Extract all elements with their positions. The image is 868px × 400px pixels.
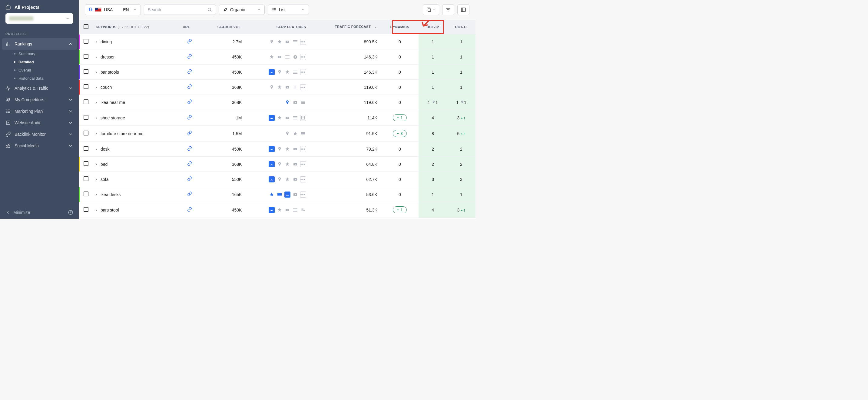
url-link[interactable]	[187, 132, 192, 137]
nav-website-audit[interactable]: Website Audit	[0, 117, 79, 128]
row-checkbox[interactable]	[84, 192, 88, 196]
table-row: ›bed368K•••64.8K022	[79, 157, 475, 172]
chevron-down-icon	[301, 8, 305, 11]
minimize-button[interactable]: Minimize	[5, 210, 30, 215]
expand-row[interactable]: ›	[96, 147, 97, 151]
dynamics-value: 0	[399, 147, 401, 151]
search-volume: 450K	[200, 142, 245, 157]
traffic-forecast: 146.3K	[310, 64, 381, 80]
view-selector[interactable]: List	[268, 4, 309, 15]
serp-features: •••	[249, 146, 306, 152]
organic-selector[interactable]: Organic	[219, 4, 265, 15]
search-input[interactable]: Search	[144, 4, 216, 15]
col-url[interactable]: URL	[179, 20, 200, 34]
serp-features	[249, 131, 306, 137]
row-checkbox[interactable]	[84, 131, 88, 136]
col-dynamics[interactable]: DYNAMICS	[381, 20, 418, 34]
row-checkbox[interactable]	[84, 161, 88, 166]
row-checkbox[interactable]	[84, 176, 88, 181]
expand-row[interactable]: ›	[96, 55, 97, 59]
columns-button[interactable]	[457, 4, 469, 15]
row-checkbox[interactable]	[84, 207, 88, 212]
dynamics-value: 0	[399, 70, 401, 75]
nav-analytics[interactable]: Analytics & Traffic	[0, 82, 79, 94]
url-link[interactable]	[187, 116, 192, 121]
expand-row[interactable]: ›	[96, 70, 97, 74]
serp-pin-icon	[284, 131, 290, 137]
expand-row[interactable]: ›	[96, 116, 97, 120]
expand-row[interactable]: ›	[96, 177, 97, 181]
row-checkbox[interactable]	[84, 99, 88, 104]
keyword-text: dresser	[100, 55, 115, 59]
url-link[interactable]	[187, 55, 192, 60]
expand-row[interactable]: ›	[96, 85, 97, 89]
url-link[interactable]	[187, 85, 192, 90]
row-checkbox[interactable]	[84, 69, 88, 74]
filter-button[interactable]	[442, 4, 454, 15]
col-oct-12[interactable]: OCT-12	[418, 20, 447, 34]
row-checkbox[interactable]	[84, 39, 88, 44]
url-link[interactable]	[187, 208, 192, 213]
url-link[interactable]	[187, 163, 192, 167]
serp-sq-icon	[300, 115, 306, 121]
chevron-down-icon	[257, 8, 261, 11]
nav-rankings[interactable]: Rankings	[2, 38, 77, 50]
dynamics-value: 0	[399, 192, 401, 197]
expand-row[interactable]: ›	[96, 193, 97, 197]
all-projects-link[interactable]: All Projects	[5, 4, 73, 10]
col-oct-13[interactable]: OCT-13	[447, 20, 475, 34]
chevron-down-icon	[133, 8, 137, 11]
serp-video-icon	[284, 207, 290, 213]
url-link[interactable]	[187, 40, 192, 45]
serp-star-icon	[284, 176, 290, 182]
expand-row[interactable]: ›	[96, 100, 97, 105]
chevron-up-icon	[68, 41, 73, 47]
row-checkbox[interactable]	[84, 54, 88, 59]
col-search-vol[interactable]: SEARCH VOL.	[200, 20, 245, 34]
url-link[interactable]	[187, 147, 192, 152]
col-traffic-forecast[interactable]: TRAFFIC FORECAST	[310, 20, 381, 34]
row-checkbox[interactable]	[84, 146, 88, 151]
serp-features: •••	[249, 69, 306, 75]
country-selector[interactable]: G USA EN	[85, 4, 141, 15]
nav-marketing-plan[interactable]: Marketing Plan	[0, 106, 79, 117]
table-row: ›bars stool450K51.3K1431	[79, 202, 475, 218]
expand-row[interactable]: ›	[96, 40, 97, 44]
serp-img-icon	[269, 146, 275, 152]
search-volume: 450K	[200, 64, 245, 80]
row-checkbox[interactable]	[84, 115, 88, 120]
url-link[interactable]	[187, 193, 192, 198]
svg-rect-13	[294, 86, 294, 88]
nav-social-media[interactable]: Social Media	[0, 140, 79, 151]
project-selector[interactable]	[5, 13, 73, 24]
nav-backlink-monitor[interactable]: Backlink Monitor	[0, 128, 79, 140]
help-icon[interactable]	[68, 210, 73, 215]
table-row: ›ikea near me368K119.6K01 11 1	[79, 95, 475, 110]
expand-row[interactable]: ›	[96, 162, 97, 166]
rank-oct-12: 1	[418, 64, 447, 80]
url-link[interactable]	[187, 178, 192, 182]
url-link[interactable]	[187, 70, 192, 75]
subnav-historical[interactable]: Historical data	[0, 74, 79, 82]
filter-icon	[445, 7, 451, 12]
expand-row[interactable]: ›	[96, 208, 97, 212]
serp-more-icon: •••	[300, 54, 306, 60]
traffic-forecast: 890.5K	[310, 34, 381, 49]
col-keywords[interactable]: KEYWORDS (1 - 22 OUT OF 22)	[92, 20, 179, 34]
columns-icon	[461, 7, 466, 12]
list-icon	[272, 7, 277, 12]
nav-competitors[interactable]: My Competitors	[0, 94, 79, 106]
col-serp[interactable]: SERP FEATURES	[245, 20, 310, 34]
subnav-overall[interactable]: Overall	[0, 66, 79, 74]
serp-star-icon	[292, 131, 298, 137]
select-all-checkbox[interactable]	[84, 24, 88, 29]
copy-button[interactable]	[423, 4, 439, 15]
table-row: ›bar stools450K•••146.3K011	[79, 64, 475, 80]
subnav-summary[interactable]: Summary	[0, 50, 79, 58]
url-link[interactable]	[187, 101, 192, 106]
row-checkbox[interactable]	[84, 84, 88, 89]
subnav-detailed[interactable]: Detailed	[0, 58, 79, 66]
sidebar: All Projects PROJECTS Rankings Summary D…	[0, 0, 79, 219]
serp-faq-icon	[300, 99, 306, 106]
expand-row[interactable]: ›	[96, 132, 97, 136]
